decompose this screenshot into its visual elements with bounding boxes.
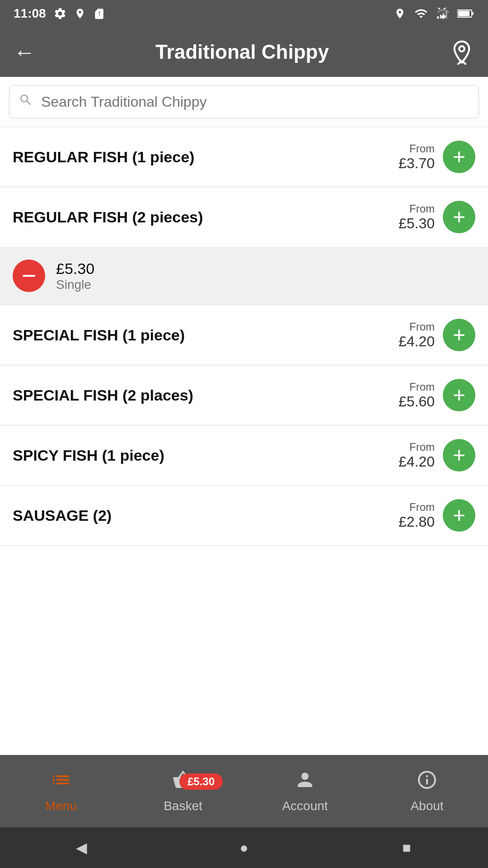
menu-item-right: From £2.80 +: [399, 499, 475, 532]
back-button[interactable]: ←: [14, 40, 35, 65]
nav-item-basket[interactable]: £5.30 Basket: [122, 755, 244, 827]
svg-rect-6: [472, 12, 474, 15]
menu-item-name: SAUSAGE (2): [13, 507, 112, 524]
menu-item-from: From: [399, 381, 435, 393]
menu-item-from: From: [399, 142, 435, 155]
android-home[interactable]: ●: [233, 836, 255, 859]
menu-icon: [50, 769, 72, 791]
menu-item-price-wrap: From £5.60: [399, 381, 435, 410]
nav-label-menu: Menu: [45, 799, 77, 813]
search-icon: [19, 93, 33, 111]
menu-item-price: £2.80: [399, 514, 435, 530]
nav-icon-about: [416, 769, 438, 795]
bottom-nav: Menu £5.30 Basket Account About: [0, 755, 488, 827]
expanded-item-price: £5.30: [56, 260, 94, 278]
sim-icon: [93, 7, 105, 20]
nav-icon-menu: [50, 769, 72, 795]
add-button[interactable]: +: [443, 201, 475, 233]
menu-item: REGULAR FISH (2 pieces) From £5.30 +: [0, 187, 488, 247]
svg-rect-1: [443, 13, 445, 19]
nav-item-account[interactable]: Account: [244, 755, 366, 827]
menu-item-right: From £5.60 +: [399, 379, 475, 411]
svg-rect-2: [440, 15, 442, 19]
menu-item-name: SPICY FISH (1 piece): [13, 447, 164, 464]
add-button[interactable]: +: [443, 499, 475, 532]
menu-item-name: REGULAR FISH (2 pieces): [13, 208, 203, 226]
add-button[interactable]: +: [443, 319, 475, 351]
android-recent[interactable]: ■: [395, 836, 418, 859]
menu-item-from: From: [399, 441, 435, 453]
account-icon: [294, 769, 316, 791]
menu-item-from: From: [399, 203, 435, 215]
add-button[interactable]: +: [443, 141, 475, 173]
menu-item: SPECIAL FISH (2 places) From £5.60 +: [0, 365, 488, 425]
search-box[interactable]: [9, 85, 479, 118]
menu-item-price-wrap: From £5.30: [399, 203, 435, 232]
menu-item-price: £4.20: [399, 333, 435, 350]
menu-item-price: £3.70: [399, 155, 435, 172]
nav-label-account: Account: [282, 799, 328, 813]
basket-badge: £5.30: [179, 774, 223, 790]
menu-item-right: From £5.30 +: [399, 201, 475, 233]
menu-item-from: From: [399, 321, 435, 333]
android-back[interactable]: ◀: [70, 836, 93, 859]
location-button[interactable]: [449, 39, 474, 65]
expanded-item-row: − £5.30 Single: [0, 247, 488, 305]
menu-item-right: From £4.20 +: [399, 319, 475, 351]
header: ← Traditional Chippy: [0, 27, 488, 77]
nav-label-about: About: [410, 799, 443, 813]
menu-item: SAUSAGE (2) From £2.80 +: [0, 486, 488, 546]
nav-item-menu[interactable]: Menu: [0, 755, 122, 827]
menu-item: SPECIAL FISH (1 piece) From £4.20 +: [0, 305, 488, 365]
android-nav: ◀ ● ■: [0, 827, 488, 868]
nav-label-basket: Basket: [164, 799, 202, 813]
svg-point-7: [459, 46, 465, 52]
page-title: Traditional Chippy: [35, 41, 449, 63]
menu-item-price-wrap: From £2.80: [399, 501, 435, 530]
about-icon: [416, 769, 438, 791]
add-button[interactable]: +: [443, 379, 475, 411]
menu-item-name: SPECIAL FISH (1 piece): [13, 326, 185, 344]
menu-list: REGULAR FISH (1 piece) From £3.70 + REGU…: [0, 127, 488, 755]
menu-item-price-wrap: From £4.20: [399, 321, 435, 350]
menu-item-from: From: [399, 501, 435, 514]
menu-item-price: £4.20: [399, 453, 435, 470]
nav-icon-account: [294, 769, 316, 795]
menu-item: REGULAR FISH (1 piece) From £3.70 +: [0, 127, 488, 187]
search-container: [0, 77, 488, 127]
settings-icon: [53, 7, 67, 20]
expanded-item-label: Single: [56, 278, 94, 292]
menu-item-name: SPECIAL FISH (2 places): [13, 387, 193, 404]
menu-item-price-wrap: From £3.70: [399, 142, 435, 172]
menu-item-price-wrap: From £4.20: [399, 441, 435, 470]
menu-item-price: £5.30: [399, 215, 435, 232]
nav-item-about[interactable]: About: [366, 755, 488, 827]
menu-item-right: From £3.70 +: [399, 141, 475, 173]
status-bar: 11:08: [0, 0, 488, 27]
remove-button[interactable]: −: [13, 259, 45, 292]
search-input[interactable]: [41, 94, 469, 110]
svg-rect-0: [446, 11, 447, 19]
signal-icon: [436, 7, 450, 20]
status-bar-left: 11:08: [14, 6, 105, 21]
status-bar-right: [394, 7, 474, 20]
wifi-icon: [413, 7, 429, 20]
battery-icon: [457, 8, 474, 19]
menu-item-right: From £4.20 +: [399, 439, 475, 472]
status-time: 11:08: [14, 6, 46, 21]
add-button[interactable]: +: [443, 439, 475, 472]
location-icon-status: [74, 7, 86, 20]
expanded-item-info: £5.30 Single: [56, 260, 94, 292]
svg-rect-5: [458, 11, 469, 16]
location-icon-status2: [394, 7, 406, 20]
menu-item-price: £5.60: [399, 393, 435, 410]
map-pin-icon: [449, 39, 474, 65]
menu-item: SPICY FISH (1 piece) From £4.20 +: [0, 425, 488, 486]
menu-item-name: REGULAR FISH (1 piece): [13, 148, 194, 166]
svg-rect-3: [437, 16, 439, 19]
